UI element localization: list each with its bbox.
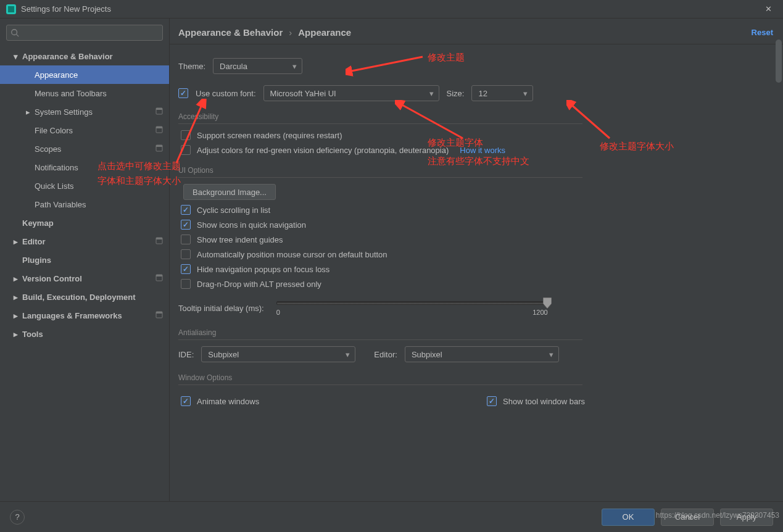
chevron-down-icon: ▾: [429, 89, 434, 98]
scrollbar[interactable]: [776, 39, 782, 501]
ide-aa-combo[interactable]: Subpixel ▾: [201, 346, 355, 362]
main-panel: Appearance & Behavior › Appearance Reset…: [170, 19, 783, 501]
theme-combo[interactable]: Darcula ▾: [213, 58, 302, 74]
svg-point-2: [12, 30, 17, 35]
ide-aa-label: IDE:: [178, 350, 194, 359]
chevron-right-icon: ▸: [11, 311, 20, 320]
ui-option-checkbox-2[interactable]: [181, 235, 191, 244]
theme-label: Theme:: [178, 62, 205, 71]
chevron-down-icon: ▾: [346, 350, 350, 359]
close-icon[interactable]: ✕: [760, 2, 777, 16]
sidebar-item-label: Build, Execution, Deployment: [22, 293, 135, 302]
sidebar-item-system-settings[interactable]: ▸System Settings: [0, 102, 169, 121]
svg-rect-15: [156, 312, 162, 314]
animate-windows-label: Animate windows: [197, 397, 259, 406]
breadcrumb: Appearance & Behavior › Appearance Reset: [170, 19, 783, 44]
watermark: https://blog.csdn.net/lzyws739307453: [656, 511, 779, 520]
sidebar-item-appearance[interactable]: Appearance: [0, 65, 169, 84]
section-window-options-title: Window Options: [178, 373, 582, 385]
breadcrumb-l1: Appearance & Behavior: [178, 27, 283, 38]
sidebar-item-tools[interactable]: ▸Tools: [0, 325, 169, 343]
animate-windows-checkbox[interactable]: [181, 396, 191, 406]
section-ui-options-title: UI Options: [178, 166, 582, 178]
ui-option-checkbox-0[interactable]: [181, 205, 191, 215]
show-tool-window-bars-checkbox[interactable]: [487, 396, 497, 406]
sidebar-item-label: System Settings: [35, 107, 93, 117]
chevron-down-icon: ▾: [523, 89, 528, 98]
project-level-icon: [155, 107, 163, 117]
sidebar-item-label: File Colors: [35, 126, 73, 135]
slider-thumb-icon[interactable]: [543, 297, 552, 309]
color-deficiency-checkbox[interactable]: [181, 145, 191, 155]
ui-option-checkbox-1[interactable]: [181, 220, 191, 230]
svg-rect-5: [156, 108, 162, 110]
settings-tree: ▾Appearance & BehaviorAppearanceMenus an…: [0, 47, 169, 501]
section-antialiasing-title: Antialiasing: [178, 328, 582, 340]
screen-readers-checkbox[interactable]: [181, 130, 191, 140]
sidebar-item-label: Editor: [22, 237, 46, 246]
sidebar-item-quick-lists[interactable]: Quick Lists: [0, 177, 169, 195]
use-custom-font-checkbox[interactable]: [178, 88, 188, 98]
window-title: Settings for New Projects: [21, 4, 760, 14]
section-accessibility-title: Accessibility: [178, 112, 582, 124]
search-input[interactable]: [6, 25, 163, 41]
ui-option-checkbox-3[interactable]: [181, 249, 191, 259]
project-level-icon: [155, 311, 163, 320]
slider-min: 0: [276, 309, 280, 316]
app-icon: [6, 4, 16, 14]
theme-value: Darcula: [220, 62, 247, 71]
color-deficiency-label: Adjust colors for red-green vision defic…: [197, 146, 449, 155]
sidebar-item-appearance-behavior[interactable]: ▾Appearance & Behavior: [0, 47, 169, 65]
sidebar-item-languages-frameworks[interactable]: ▸Languages & Frameworks: [0, 306, 169, 325]
svg-rect-9: [156, 145, 162, 147]
ui-option-label: Show tree indent guides: [197, 235, 283, 244]
chevron-right-icon: ›: [289, 27, 292, 38]
content-area: Theme: Darcula ▾ Use custom font: Micros…: [170, 44, 783, 501]
chevron-right-icon: ▸: [11, 274, 20, 283]
sidebar-item-editor[interactable]: ▸Editor: [0, 232, 169, 251]
slider-max: 1200: [532, 309, 547, 316]
sidebar-item-scopes[interactable]: Scopes: [0, 139, 169, 158]
sidebar: ▾Appearance & BehaviorAppearanceMenus an…: [0, 19, 170, 501]
sidebar-item-label: Keymap: [22, 218, 54, 228]
sidebar-item-label: Tools: [22, 330, 43, 339]
sidebar-item-keymap[interactable]: Keymap: [0, 214, 169, 232]
use-custom-font-label: Use custom font:: [196, 89, 256, 98]
size-combo[interactable]: 12 ▾: [471, 85, 533, 101]
sidebar-item-build-execution-deployment[interactable]: ▸Build, Execution, Deployment: [0, 288, 169, 306]
svg-line-3: [17, 35, 19, 37]
reset-link[interactable]: Reset: [752, 28, 773, 37]
project-level-icon: [155, 274, 163, 283]
svg-rect-13: [156, 275, 162, 276]
svg-rect-7: [156, 127, 162, 128]
sidebar-item-label: Quick Lists: [35, 181, 74, 191]
svg-rect-1: [8, 6, 14, 12]
sidebar-item-plugins[interactable]: Plugins: [0, 251, 169, 269]
sidebar-item-label: Plugins: [22, 256, 51, 265]
ui-option-checkbox-5[interactable]: [181, 279, 191, 289]
background-image-button[interactable]: Background Image...: [183, 184, 276, 200]
ui-option-checkbox-4[interactable]: [181, 264, 191, 274]
how-it-works-link[interactable]: How it works: [460, 146, 505, 155]
help-button[interactable]: ?: [10, 510, 25, 525]
font-combo[interactable]: Microsoft YaHei UI ▾: [263, 85, 439, 101]
editor-aa-combo[interactable]: Subpixel ▾: [405, 346, 559, 362]
ok-button[interactable]: OK: [602, 509, 655, 526]
show-tool-window-bars-label: Show tool window bars: [503, 397, 585, 406]
sidebar-item-label: Path Variables: [35, 200, 86, 209]
sidebar-item-notifications[interactable]: Notifications: [0, 158, 169, 177]
sidebar-item-path-variables[interactable]: Path Variables: [0, 195, 169, 214]
size-value: 12: [478, 89, 487, 98]
size-label: Size:: [447, 89, 465, 98]
screen-readers-label: Support screen readers (requires restart…: [197, 131, 342, 140]
ui-option-label: Cyclic scrolling in list: [197, 206, 270, 215]
breadcrumb-l2: Appearance: [298, 27, 351, 38]
tooltip-delay-slider[interactable]: 0 1200: [276, 297, 548, 317]
sidebar-item-menus-and-toolbars[interactable]: Menus and Toolbars: [0, 84, 169, 102]
ui-option-label: Show icons in quick navigation: [197, 220, 306, 230]
chevron-down-icon: ▾: [11, 52, 20, 61]
chevron-right-icon: ▸: [11, 237, 20, 246]
sidebar-item-file-colors[interactable]: File Colors: [0, 121, 169, 139]
sidebar-item-version-control[interactable]: ▸Version Control: [0, 269, 169, 288]
sidebar-item-label: Scopes: [35, 144, 61, 154]
